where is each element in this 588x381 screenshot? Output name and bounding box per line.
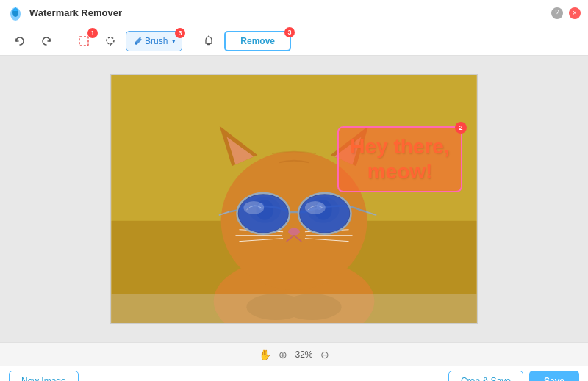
toolbar-separator-2 <box>190 33 190 49</box>
app-logo-icon <box>7 5 24 21</box>
redo-button[interactable] <box>35 31 57 51</box>
footer: New Image Crop & Save Save <box>0 366 588 381</box>
remove-label: Remove <box>240 36 275 46</box>
app-title: Watermark Remover <box>29 7 122 18</box>
titlebar: Watermark Remover ? × <box>0 0 588 26</box>
watermark-line1: Hey there, <box>350 134 449 159</box>
zoom-in-icon[interactable]: ⊕ <box>279 349 287 360</box>
watermark-selection[interactable]: Hey there, meow! 2 <box>337 126 462 192</box>
svg-point-32 <box>238 195 288 233</box>
new-image-button[interactable]: New Image <box>9 371 79 381</box>
brush-label: Brush <box>145 36 168 46</box>
undo-button[interactable] <box>9 31 31 51</box>
brush-chevron-icon: ▾ <box>172 37 176 45</box>
canvas-area: Hey there, meow! 2 <box>0 56 588 342</box>
badge-3: 3 <box>175 28 185 38</box>
svg-rect-3 <box>79 37 88 46</box>
window-controls: ? × <box>551 7 581 19</box>
zoom-level: 32% <box>295 349 312 360</box>
watermark-line2: meow! <box>350 159 449 184</box>
svg-point-24 <box>288 228 300 236</box>
close-button[interactable]: × <box>569 7 581 19</box>
image-container[interactable]: Hey there, meow! 2 <box>110 74 478 324</box>
zoom-bar: ✋ ⊕ 32% ⊖ <box>0 342 588 366</box>
save-button[interactable]: Save <box>529 371 579 381</box>
zoom-out-icon[interactable]: ⊖ <box>320 349 329 360</box>
remove-button[interactable]: Remove 3 <box>224 31 291 51</box>
badge-2: 2 <box>455 122 467 134</box>
badge-remove: 3 <box>284 27 295 37</box>
eraser-button[interactable] <box>198 31 220 51</box>
watermark-text: Hey there, meow! <box>350 134 449 184</box>
svg-rect-43 <box>111 294 476 323</box>
toolbar: 1 Brush ▾ 3 Remove 3 <box>0 26 588 56</box>
svg-point-34 <box>300 195 350 233</box>
selection-button[interactable]: 1 <box>73 31 95 51</box>
crop-save-button[interactable]: Crop & Save <box>448 371 523 381</box>
toolbar-separator-1 <box>65 33 65 49</box>
footer-right-actions: Crop & Save Save <box>448 371 579 381</box>
brush-button[interactable]: Brush ▾ 3 <box>126 31 182 51</box>
svg-point-5 <box>135 43 137 45</box>
hand-tool-icon[interactable]: ✋ <box>259 349 271 360</box>
help-button[interactable]: ? <box>551 7 563 19</box>
lasso-button[interactable] <box>99 31 121 51</box>
titlebar-left: Watermark Remover <box>7 5 122 21</box>
cat-image <box>111 75 477 323</box>
badge-1: 1 <box>87 28 98 38</box>
